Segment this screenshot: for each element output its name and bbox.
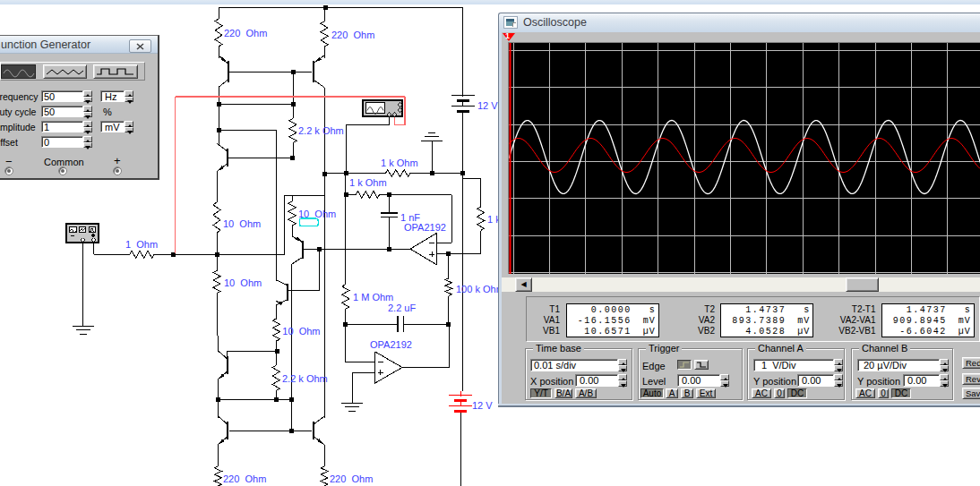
svg-text:220 Ohm: 220 Ohm (223, 473, 266, 484)
svg-text:12 V: 12 V (477, 100, 498, 111)
svg-text:220 Ohm: 220 Ohm (331, 30, 374, 40)
svg-text:10 Ohm: 10 Ohm (298, 209, 336, 219)
svg-text:2.2 k Ohm: 2.2 k Ohm (282, 373, 328, 384)
svg-text:1 k Ohm: 1 k Ohm (349, 177, 387, 188)
svg-text:100 k Ohm: 100 k Ohm (456, 284, 498, 294)
svg-text:OPA2192: OPA2192 (404, 222, 446, 233)
svg-text:10 Ohm: 10 Ohm (223, 218, 261, 229)
svg-text:220 Ohm: 220 Ohm (224, 28, 267, 38)
svg-text:10 Ohm: 10 Ohm (224, 277, 262, 288)
svg-text:1 k Ohm: 1 k Ohm (381, 158, 418, 168)
svg-text:10 Ohm: 10 Ohm (282, 326, 320, 337)
svg-text:2.2 uF: 2.2 uF (388, 303, 416, 313)
svg-text:1 k: 1 k (487, 214, 498, 225)
svg-text:OPA2192: OPA2192 (370, 339, 412, 350)
svg-text:1 Ohm: 1 Ohm (125, 239, 158, 250)
svg-text:2.2 k Ohm: 2.2 k Ohm (298, 125, 344, 136)
svg-text:220 Ohm: 220 Ohm (330, 473, 373, 484)
svg-text:1 M Ohm: 1 M Ohm (353, 292, 393, 303)
svg-text:12 V: 12 V (472, 400, 493, 411)
